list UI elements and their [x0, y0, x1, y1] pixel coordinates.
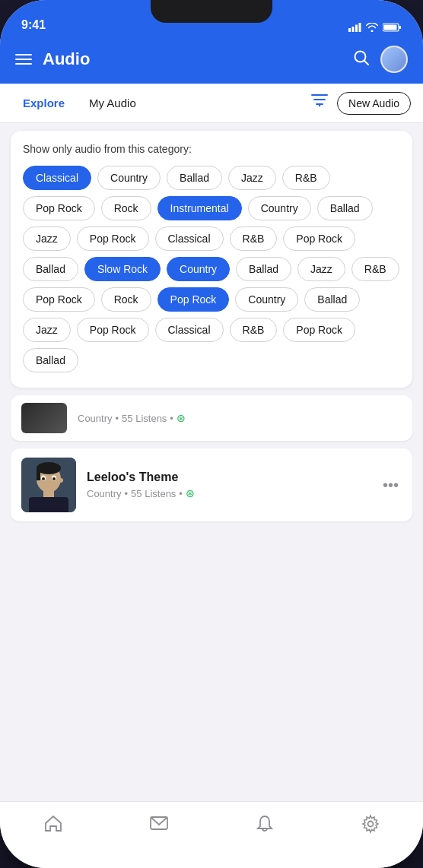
tag-18[interactable]: Ballad: [236, 257, 291, 281]
svg-rect-0: [348, 28, 351, 32]
song-listens-leeloo: 55 Listens: [131, 488, 176, 499]
svg-rect-2: [355, 25, 358, 33]
song-thumbnail: [21, 403, 67, 433]
tag-7[interactable]: Instrumental: [157, 196, 242, 220]
tag-15[interactable]: Ballad: [23, 257, 78, 281]
status-time: 9:41: [21, 3, 46, 32]
tag-10[interactable]: Jazz: [23, 227, 71, 251]
wifi-icon: [366, 23, 378, 32]
song-item-leeloo[interactable]: Leeloo's Theme Country • 55 Listens • ⊛ …: [11, 448, 412, 521]
menu-button[interactable]: [15, 54, 32, 65]
song-title-leeloo: Leeloo's Theme: [87, 470, 380, 484]
battery-icon: [383, 23, 402, 32]
song-category: Country: [78, 413, 113, 424]
tag-29[interactable]: R&B: [230, 318, 278, 342]
tag-21[interactable]: Pop Rock: [23, 287, 95, 312]
song-info-leeloo: Leeloo's Theme Country • 55 Listens • ⊛: [87, 470, 380, 499]
tag-24[interactable]: Country: [235, 287, 298, 312]
bottom-nav: [0, 801, 423, 868]
tag-2[interactable]: Ballad: [167, 166, 222, 190]
song-meta-leeloo: Country • 55 Listens • ⊛: [87, 487, 380, 499]
home-icon: [43, 814, 63, 834]
svg-rect-3: [359, 23, 361, 32]
svg-point-20: [59, 478, 63, 483]
tag-26[interactable]: Jazz: [23, 318, 71, 342]
signal-icon: [348, 23, 361, 32]
song-item-partial[interactable]: Country • 55 Listens • ⊛: [11, 395, 412, 441]
filter-section: Show only audio from this category: Clas…: [11, 131, 412, 388]
svg-marker-9: [318, 104, 321, 107]
person-face-svg: [21, 458, 76, 512]
tag-1[interactable]: Country: [97, 166, 161, 190]
filter-icon: [311, 94, 328, 108]
bell-icon: [255, 814, 275, 834]
nav-settings[interactable]: [345, 811, 396, 837]
tags-grid: ClassicalCountryBalladJazzR&BPop RockRoc…: [23, 166, 400, 372]
svg-rect-12: [43, 490, 54, 498]
filter-button[interactable]: [305, 91, 334, 115]
app-header: Audio: [0, 38, 423, 84]
svg-rect-1: [352, 27, 355, 32]
user-avatar[interactable]: [380, 46, 408, 73]
status-icons: [348, 8, 402, 32]
tag-4[interactable]: R&B: [282, 166, 330, 190]
song-meta: Country • 55 Listens • ⊛: [78, 412, 402, 424]
tag-16[interactable]: Slow Rock: [84, 257, 161, 281]
spotify-icon-leeloo: ⊛: [186, 487, 195, 499]
svg-rect-15: [37, 468, 40, 480]
tag-6[interactable]: Rock: [101, 196, 151, 220]
tag-5[interactable]: Pop Rock: [23, 196, 95, 220]
settings-icon: [361, 814, 380, 834]
song-more-button-leeloo[interactable]: •••: [380, 474, 402, 497]
tag-30[interactable]: Pop Rock: [283, 318, 355, 342]
svg-line-8: [364, 60, 369, 65]
phone-frame: 9:41: [0, 0, 423, 868]
tag-0[interactable]: Classical: [23, 166, 91, 190]
tag-13[interactable]: R&B: [230, 227, 278, 251]
spotify-icon: ⊛: [177, 412, 186, 424]
song-category-leeloo: Country: [87, 488, 122, 499]
song-info: Country • 55 Listens • ⊛: [78, 412, 402, 424]
tag-8[interactable]: Country: [248, 196, 311, 220]
tag-23[interactable]: Pop Rock: [157, 287, 230, 312]
tag-17[interactable]: Country: [167, 257, 230, 281]
search-button[interactable]: [353, 49, 370, 70]
tab-my-audio[interactable]: My Audio: [78, 92, 147, 114]
tag-28[interactable]: Classical: [155, 318, 224, 342]
tag-25[interactable]: Ballad: [304, 287, 360, 312]
svg-point-22: [367, 822, 373, 827]
tag-14[interactable]: Pop Rock: [283, 227, 355, 251]
filter-label: Show only audio from this category:: [23, 143, 400, 155]
tag-19[interactable]: Jazz: [297, 257, 345, 281]
tag-3[interactable]: Jazz: [228, 166, 276, 190]
nav-messages[interactable]: [134, 811, 184, 837]
nav-home[interactable]: [28, 811, 78, 837]
svg-point-18: [42, 477, 45, 480]
svg-rect-5: [384, 25, 397, 30]
tab-explore[interactable]: Explore: [12, 92, 75, 114]
phone-screen: 9:41: [0, 0, 423, 868]
song-listens: 55 Listens: [122, 413, 167, 424]
tag-20[interactable]: R&B: [351, 257, 399, 281]
nav-tabs: Explore My Audio New Audio: [0, 84, 423, 123]
nav-notifications[interactable]: [240, 811, 290, 837]
tag-31[interactable]: Ballad: [23, 348, 78, 372]
app-title: Audio: [43, 49, 90, 69]
header-left: Audio: [15, 49, 90, 69]
phone-notch: [151, 0, 272, 23]
tag-22[interactable]: Rock: [101, 287, 151, 312]
tag-12[interactable]: Classical: [155, 227, 224, 251]
header-right: [353, 46, 408, 73]
tag-9[interactable]: Ballad: [317, 196, 373, 220]
song-thumbnail-leeloo: [21, 458, 76, 512]
song-list: Country • 55 Listens • ⊛: [11, 395, 412, 521]
svg-rect-6: [399, 26, 402, 29]
tag-27[interactable]: Pop Rock: [77, 318, 149, 342]
svg-point-19: [52, 477, 56, 480]
search-icon: [353, 49, 370, 66]
tag-11[interactable]: Pop Rock: [77, 227, 149, 251]
messages-icon: [149, 814, 169, 834]
svg-rect-13: [29, 497, 68, 512]
new-audio-button[interactable]: New Audio: [337, 92, 411, 115]
